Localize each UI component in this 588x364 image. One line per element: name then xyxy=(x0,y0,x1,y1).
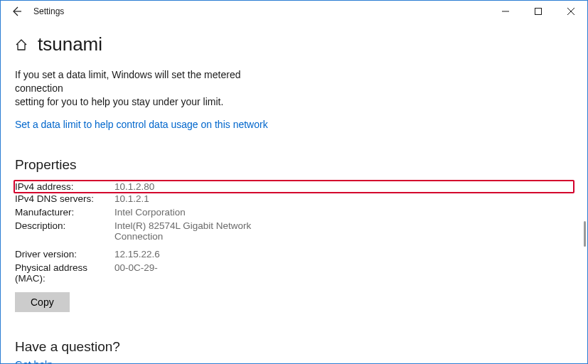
property-row-description: Description: Intel(R) 82574L Gigabit Net… xyxy=(15,219,573,243)
property-value: 10.1.2.1 xyxy=(114,193,149,204)
property-row-driver-version: Driver version: 12.15.22.6 xyxy=(15,247,573,261)
properties-heading: Properties xyxy=(15,157,573,173)
get-help-link[interactable]: Get help xyxy=(15,359,573,364)
svg-rect-2 xyxy=(535,9,542,15)
property-row-manufacturer: Manufacturer: Intel Corporation xyxy=(15,205,573,219)
back-button[interactable] xyxy=(4,1,29,22)
property-value: 12.15.22.6 xyxy=(114,249,160,259)
arrow-left-icon xyxy=(11,6,22,17)
page-title: tsunami xyxy=(38,33,102,55)
property-label: IPv4 address: xyxy=(15,181,114,192)
property-row-ipv4-dns: IPv4 DNS servers: 10.1.2.1 xyxy=(15,192,573,205)
minimize-icon xyxy=(502,8,509,15)
have-a-question-heading: Have a question? xyxy=(15,339,573,355)
close-icon xyxy=(567,8,574,15)
property-label: Manufacturer: xyxy=(15,207,114,218)
property-label: IPv4 DNS servers: xyxy=(15,193,114,204)
data-limit-description: If you set a data limit, Windows will se… xyxy=(15,68,285,109)
property-value: 10.1.2.80 xyxy=(114,181,154,192)
maximize-icon xyxy=(535,8,542,15)
scrollbar[interactable] xyxy=(584,221,586,247)
property-label: Physical address (MAC): xyxy=(15,262,114,284)
window-title: Settings xyxy=(33,6,64,16)
property-value: 00-0C-29- xyxy=(114,262,158,284)
copy-button[interactable]: Copy xyxy=(15,292,70,312)
set-data-limit-link[interactable]: Set a data limit to help control data us… xyxy=(15,119,573,130)
property-label: Driver version: xyxy=(15,249,114,259)
property-value: Intel(R) 82574L Gigabit Network Connecti… xyxy=(114,220,257,242)
property-value: Intel Corporation xyxy=(114,207,186,218)
home-icon xyxy=(15,38,28,51)
property-row-mac: Physical address (MAC): 00-0C-29- xyxy=(15,261,573,285)
property-label: Description: xyxy=(15,220,114,242)
maximize-button[interactable] xyxy=(522,1,555,22)
minimize-button[interactable] xyxy=(489,1,522,22)
close-button[interactable] xyxy=(555,1,587,22)
